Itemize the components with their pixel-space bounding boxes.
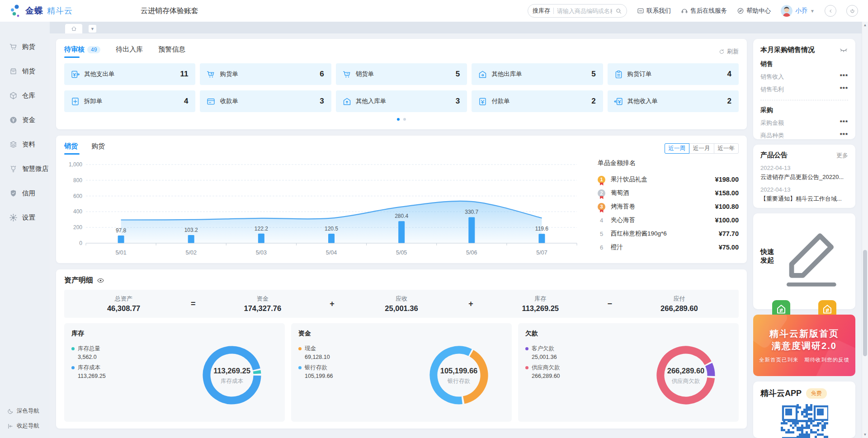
pending-card-count: 6 [320, 70, 324, 79]
left-sidebar: 购货 销货 仓库 资金 资料 智慧微店 信用 设置 深色导航 收起导航 [0, 22, 50, 438]
pagination-dot-1[interactable] [397, 118, 400, 121]
sidebar-item-purchase[interactable]: 购货 [0, 34, 50, 59]
dark-nav-toggle[interactable]: 深色导航 [0, 407, 50, 415]
summary-row-label: 销售毛利 [760, 85, 784, 94]
legend-value: 25,001.36 [532, 354, 652, 360]
ranking-row[interactable]: 1 果汁饮品礼盒 ¥198.00 [598, 173, 739, 186]
cards-pagination [64, 118, 739, 121]
sidebar-item-data[interactable]: 资料 [0, 132, 50, 156]
survey-banner[interactable]: 精斗云新版首页 满意度调研2.0 全新首页已到来 期待收到您的反馈 [753, 315, 855, 376]
tab-purchase-trend-label: 购货 [91, 142, 105, 151]
after-sales-service-link[interactable]: 售后在线服务 [681, 7, 727, 15]
pending-panel: 待审核 49 待出入库 预警信息 刷新 其他支出单 11 [56, 39, 747, 129]
legend-value: 3,562.0 [78, 354, 198, 360]
ranking-row[interactable]: 4 夹心海苔 ¥100.00 [598, 213, 739, 227]
range-week-button[interactable]: 近一周 [665, 143, 690, 154]
sidebar-item-settings[interactable]: 设置 [0, 205, 50, 230]
user-menu[interactable]: 小乔 ▼ [781, 5, 815, 17]
tab-sales-trend[interactable]: 销货 [64, 142, 78, 155]
chevron-down-icon: ▼ [810, 9, 815, 14]
pending-card-label: 其他收入单 [627, 97, 658, 105]
search-icon[interactable] [615, 8, 622, 14]
closed-eye-icon[interactable] [839, 45, 848, 54]
rank-number: 5 [598, 231, 605, 237]
month-summary-title: 本月采购销售情况 [760, 46, 815, 54]
tab-list-dropdown[interactable]: ▼ [89, 25, 96, 33]
rank-number: 6 [598, 244, 605, 251]
tab-purchase-trend[interactable]: 购货 [91, 142, 105, 155]
ranking-row[interactable]: 5 西红柿意粉酱190g*6 ¥77.70 [598, 227, 739, 240]
formula-item-label: 资金 [203, 295, 322, 303]
edit-pencil-icon[interactable] [775, 220, 848, 293]
ranking-row[interactable]: 3 烤海苔卷 ¥100.80 [598, 200, 739, 213]
summary-row-value: *** [840, 73, 848, 81]
pending-card-other-inbound-bill[interactable]: 其他入库单 3 [336, 90, 467, 112]
scroll-up-arrow-icon[interactable]: ▲ [862, 23, 868, 27]
sidebar-item-warehouse[interactable]: 仓库 [0, 83, 50, 108]
eye-icon[interactable] [97, 277, 104, 284]
sidebar-item-credit[interactable]: 信用 [0, 181, 50, 205]
scrollbar-thumb[interactable] [863, 250, 867, 356]
legend-label: 客户欠款 [532, 345, 554, 353]
announcement-title-link[interactable]: 【重要通知】精斗云工作台域... [760, 195, 848, 203]
announcement-title-link[interactable]: 云进销存产品更新公告_20220... [760, 173, 848, 181]
account-title: 云进销存体验账套 [141, 6, 198, 16]
range-month-button[interactable]: 近一月 [689, 143, 714, 154]
sidebar-item-sales[interactable]: 销货 [0, 59, 50, 83]
logout-button[interactable] [846, 5, 858, 17]
compass-icon [737, 7, 744, 14]
ranking-row[interactable]: 2 葡萄酒 ¥158.00 [598, 186, 739, 200]
pending-card-other-expense-bill[interactable]: 其他支出单 11 [64, 63, 195, 85]
range-year-button[interactable]: 近一年 [714, 143, 739, 154]
formula-item: 应付 266,289.60 [620, 295, 739, 313]
tab-pending-stock-io[interactable]: 待出入库 [116, 45, 143, 58]
pending-card-count: 4 [727, 70, 731, 79]
pending-card-payment-bill[interactable]: 付款单 2 [472, 90, 603, 112]
tab-pending-audit[interactable]: 待审核 49 [64, 45, 100, 58]
home-tab[interactable] [65, 24, 82, 33]
pending-card-other-outbound-bill[interactable]: 其他出库单 5 [472, 63, 603, 85]
contact-us-link[interactable]: 联系我们 [637, 7, 671, 15]
pending-card-sales-bill[interactable]: 销货单 5 [336, 63, 467, 85]
pending-card-other-income-bill[interactable]: 其他收入单 2 [608, 90, 739, 112]
pagination-dot-2[interactable] [403, 118, 406, 121]
brand-logo[interactable]: 金蝶 精斗云 [10, 4, 73, 18]
pending-card-receipt-bill[interactable]: 收款单 3 [200, 90, 331, 112]
donut-chart: 266,289.60 供应商欠款 [652, 341, 720, 409]
ranking-item-amount: ¥158.00 [715, 189, 739, 197]
pending-card-purchase-bill[interactable]: 购货单 6 [200, 63, 331, 85]
svg-text:5/07: 5/07 [536, 250, 547, 256]
search-input[interactable] [557, 8, 612, 14]
tab-warning-info[interactable]: 预警信息 [158, 45, 185, 58]
formula-operator: = [183, 299, 203, 309]
pending-card-purchase-order[interactable]: 购货订单 4 [608, 63, 739, 85]
legend-dot-icon [298, 347, 302, 350]
formula-item-label: 总资产 [64, 295, 183, 303]
summary-row-label: 采购金额 [760, 119, 784, 127]
collapse-icon [7, 423, 14, 429]
search-scope-label[interactable]: 搜库存 [533, 7, 550, 15]
pending-card-label: 购货单 [220, 70, 238, 78]
sidebar-item-label: 资金 [22, 116, 35, 124]
collapse-nav-toggle[interactable]: 收起导航 [0, 422, 50, 430]
back-button[interactable] [825, 5, 836, 17]
scroll-down-arrow-icon[interactable]: ▼ [862, 433, 868, 437]
ranking-item-amount: ¥100.00 [715, 217, 739, 224]
svg-text:供应商欠款: 供应商欠款 [672, 378, 700, 384]
sidebar-item-funds[interactable]: 资金 [0, 108, 50, 132]
svg-text:600: 600 [73, 193, 82, 199]
refresh-button[interactable]: 刷新 [719, 47, 739, 56]
page-scrollbar[interactable]: ▲ ▼ [862, 22, 868, 438]
ranking-row[interactable]: 6 橙汁 ¥75.00 [598, 240, 739, 254]
svg-text:5/06: 5/06 [466, 250, 477, 256]
sidebar-item-label: 智慧微店 [22, 165, 48, 173]
announcements-more-link[interactable]: 更多 [836, 151, 848, 160]
svg-text:103.2: 103.2 [184, 227, 198, 233]
pending-card-disassembly-bill[interactable]: 拆卸单 4 [64, 90, 195, 112]
help-center-link[interactable]: 帮助中心 [737, 7, 771, 15]
split-doc-icon [71, 97, 80, 106]
sidebar-item-smart-store[interactable]: 智慧微店 [0, 156, 50, 181]
pending-card-count: 3 [320, 97, 324, 106]
ranking-item-amount: ¥77.70 [719, 230, 739, 237]
inventory-search[interactable]: 搜库存 [528, 4, 627, 18]
